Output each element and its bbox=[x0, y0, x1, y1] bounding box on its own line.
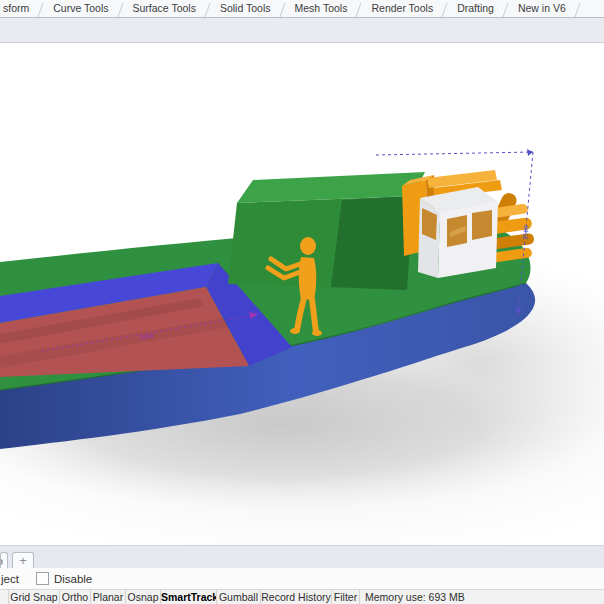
dim-height-arrow-top bbox=[527, 149, 533, 156]
viewport-canvas[interactable]: 5000 bbox=[0, 43, 604, 545]
figure-head bbox=[300, 237, 316, 255]
tab-surface-tools[interactable]: Surface Tools bbox=[121, 0, 208, 17]
status-ortho[interactable]: Ortho bbox=[60, 590, 91, 604]
tab-new-in-v6[interactable]: New in V6 bbox=[506, 0, 578, 17]
cabin-window-right bbox=[472, 210, 492, 240]
tab-curve-tools[interactable]: Curve Tools bbox=[41, 0, 120, 17]
tab-render-tools[interactable]: Render Tools bbox=[359, 0, 445, 17]
rhino-window: { "ribbon": { "tabs": [ {"label": "sform… bbox=[0, 0, 604, 604]
status-filter[interactable]: Filter bbox=[332, 590, 360, 604]
perspective-viewport[interactable]: 5000 bbox=[0, 43, 604, 545]
figure-foot-left bbox=[290, 328, 300, 334]
new-viewport-tab-button[interactable]: + bbox=[12, 552, 34, 568]
viewport-tab-partial[interactable]: o bbox=[0, 552, 8, 568]
status-grid-snap[interactable]: Grid Snap bbox=[9, 590, 60, 604]
tab-mesh-tools[interactable]: Mesh Tools bbox=[283, 0, 360, 17]
figure-leg-right bbox=[312, 299, 316, 332]
tab-solid-tools[interactable]: Solid Tools bbox=[208, 0, 283, 17]
figure-foot-right bbox=[312, 330, 322, 336]
disable-label[interactable]: Disable bbox=[54, 573, 92, 585]
toolbar-strip bbox=[0, 18, 604, 43]
status-memory-use: Memory use: 693 MB bbox=[360, 590, 604, 604]
osnap-project-label-partial[interactable]: ject bbox=[1, 573, 19, 585]
osnap-bar: ject Disable bbox=[0, 568, 604, 589]
status-bar: Grid Snap Ortho Planar Osnap SmartTrack … bbox=[0, 589, 604, 604]
ribbon-tab-bar: sform Curve Tools Surface Tools Solid To… bbox=[0, 0, 604, 18]
status-gumball[interactable]: Gumball bbox=[217, 590, 261, 604]
tab-transform-partial[interactable]: sform bbox=[0, 0, 41, 17]
wheelhouse-cabin bbox=[418, 187, 498, 278]
deckhouse-shaded-face bbox=[331, 196, 413, 290]
status-record-history[interactable]: Record History bbox=[261, 590, 332, 604]
viewport-tab-bar: o + bbox=[0, 545, 604, 568]
status-spacer bbox=[0, 590, 9, 604]
tab-drafting[interactable]: Drafting bbox=[445, 0, 506, 17]
status-osnap[interactable]: Osnap bbox=[126, 590, 161, 604]
ribbon-empty-area bbox=[578, 0, 604, 17]
disable-checkbox[interactable] bbox=[36, 572, 49, 585]
dim-height-top-line bbox=[376, 152, 533, 155]
dim-height-value: 2500 bbox=[521, 225, 529, 240]
status-smarttrack[interactable]: SmartTrack bbox=[161, 590, 217, 604]
status-planar[interactable]: Planar bbox=[91, 590, 126, 604]
